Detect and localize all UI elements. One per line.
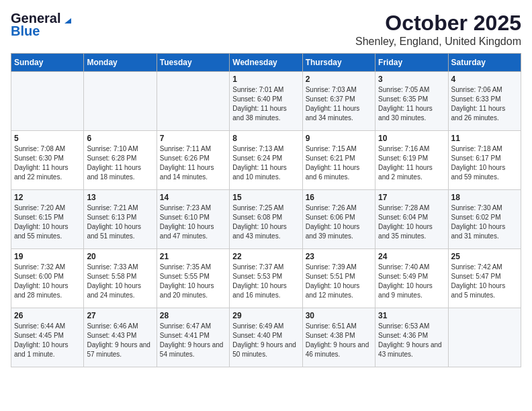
day-number: 25 xyxy=(451,252,518,261)
day-number: 18 xyxy=(451,193,518,202)
calendar-cell: 4Sunrise: 7:06 AMSunset: 6:33 PMDaylight… xyxy=(448,72,521,131)
calendar-cell: 31Sunrise: 6:53 AMSunset: 4:36 PMDayligh… xyxy=(375,308,448,367)
week-row: 19Sunrise: 7:32 AMSunset: 6:00 PMDayligh… xyxy=(11,249,521,308)
cell-info: Sunrise: 7:30 AMSunset: 6:02 PMDaylight:… xyxy=(451,204,506,240)
cell-info: Sunrise: 7:06 AMSunset: 6:33 PMDaylight:… xyxy=(451,86,506,122)
calendar-cell xyxy=(157,72,229,131)
day-number: 4 xyxy=(451,75,518,84)
day-number: 27 xyxy=(87,311,153,320)
header-day: Wednesday xyxy=(230,54,302,72)
day-number: 8 xyxy=(232,134,299,143)
location: Shenley, England, United Kingdom xyxy=(355,36,521,48)
header-day: Tuesday xyxy=(157,54,229,72)
cell-info: Sunrise: 7:08 AMSunset: 6:30 PMDaylight:… xyxy=(14,145,69,181)
cell-info: Sunrise: 7:10 AMSunset: 6:28 PMDaylight:… xyxy=(87,145,141,181)
cell-info: Sunrise: 7:18 AMSunset: 6:17 PMDaylight:… xyxy=(451,145,506,181)
day-number: 16 xyxy=(306,193,372,202)
calendar-cell: 14Sunrise: 7:23 AMSunset: 6:10 PMDayligh… xyxy=(157,190,229,249)
calendar-cell: 8Sunrise: 7:13 AMSunset: 6:24 PMDaylight… xyxy=(230,131,302,190)
calendar-cell: 17Sunrise: 7:28 AMSunset: 6:04 PMDayligh… xyxy=(375,190,448,249)
cell-info: Sunrise: 7:39 AMSunset: 5:51 PMDaylight:… xyxy=(306,263,360,299)
cell-info: Sunrise: 7:21 AMSunset: 6:13 PMDaylight:… xyxy=(87,204,141,240)
calendar-cell: 2Sunrise: 7:03 AMSunset: 6:37 PMDaylight… xyxy=(302,72,375,131)
calendar-cell: 23Sunrise: 7:39 AMSunset: 5:51 PMDayligh… xyxy=(302,249,375,308)
day-number: 9 xyxy=(306,134,372,143)
month-title: October 2025 xyxy=(355,11,521,36)
calendar-cell: 12Sunrise: 7:20 AMSunset: 6:15 PMDayligh… xyxy=(11,190,84,249)
day-number: 22 xyxy=(232,252,299,261)
cell-info: Sunrise: 7:03 AMSunset: 6:37 PMDaylight:… xyxy=(306,86,360,122)
day-number: 7 xyxy=(160,134,226,143)
svg-marker-0 xyxy=(64,18,71,24)
calendar-cell: 13Sunrise: 7:21 AMSunset: 6:13 PMDayligh… xyxy=(84,190,157,249)
calendar-cell xyxy=(11,72,84,131)
cell-info: Sunrise: 7:25 AMSunset: 6:08 PMDaylight:… xyxy=(232,204,287,240)
cell-info: Sunrise: 6:46 AMSunset: 4:43 PMDaylight:… xyxy=(87,322,150,358)
calendar-cell: 15Sunrise: 7:25 AMSunset: 6:08 PMDayligh… xyxy=(230,190,302,249)
week-row: 1Sunrise: 7:01 AMSunset: 6:40 PMDaylight… xyxy=(11,72,521,131)
week-row: 12Sunrise: 7:20 AMSunset: 6:15 PMDayligh… xyxy=(11,190,521,249)
logo-blue: Blue xyxy=(11,24,40,39)
day-number: 28 xyxy=(160,311,226,320)
calendar-cell: 27Sunrise: 6:46 AMSunset: 4:43 PMDayligh… xyxy=(84,308,157,367)
week-row: 26Sunrise: 6:44 AMSunset: 4:45 PMDayligh… xyxy=(11,308,521,367)
day-number: 14 xyxy=(160,193,226,202)
day-number: 1 xyxy=(232,75,299,84)
day-number: 26 xyxy=(14,311,81,320)
header-day: Thursday xyxy=(302,54,375,72)
logo-arrow-icon xyxy=(62,13,74,25)
day-number: 30 xyxy=(306,311,372,320)
cell-info: Sunrise: 7:11 AMSunset: 6:26 PMDaylight:… xyxy=(160,145,214,181)
day-number: 23 xyxy=(306,252,372,261)
cell-info: Sunrise: 7:37 AMSunset: 5:53 PMDaylight:… xyxy=(232,263,287,299)
day-number: 21 xyxy=(160,252,226,261)
cell-info: Sunrise: 6:49 AMSunset: 4:40 PMDaylight:… xyxy=(232,322,296,358)
calendar-cell: 6Sunrise: 7:10 AMSunset: 6:28 PMDaylight… xyxy=(84,131,157,190)
day-number: 2 xyxy=(306,75,372,84)
day-number: 17 xyxy=(378,193,445,202)
cell-info: Sunrise: 7:20 AMSunset: 6:15 PMDaylight:… xyxy=(14,204,69,240)
day-number: 11 xyxy=(451,134,518,143)
cell-info: Sunrise: 7:13 AMSunset: 6:24 PMDaylight:… xyxy=(232,145,287,181)
calendar-cell: 22Sunrise: 7:37 AMSunset: 5:53 PMDayligh… xyxy=(230,249,302,308)
cell-info: Sunrise: 6:53 AMSunset: 4:36 PMDaylight:… xyxy=(378,322,442,358)
cell-info: Sunrise: 7:42 AMSunset: 5:47 PMDaylight:… xyxy=(451,263,506,299)
cell-info: Sunrise: 7:15 AMSunset: 6:21 PMDaylight:… xyxy=(306,145,360,181)
day-number: 6 xyxy=(87,134,153,143)
cell-info: Sunrise: 7:40 AMSunset: 5:49 PMDaylight:… xyxy=(378,263,433,299)
calendar-cell: 26Sunrise: 6:44 AMSunset: 4:45 PMDayligh… xyxy=(11,308,84,367)
day-number: 5 xyxy=(14,134,81,143)
day-number: 20 xyxy=(87,252,153,261)
cell-info: Sunrise: 7:16 AMSunset: 6:19 PMDaylight:… xyxy=(378,145,433,181)
cell-info: Sunrise: 6:44 AMSunset: 4:45 PMDaylight:… xyxy=(14,322,69,358)
calendar-cell: 30Sunrise: 6:51 AMSunset: 4:38 PMDayligh… xyxy=(302,308,375,367)
day-number: 13 xyxy=(87,193,153,202)
page-header: General Blue October 2025 Shenley, Engla… xyxy=(11,11,521,48)
calendar-cell: 3Sunrise: 7:05 AMSunset: 6:35 PMDaylight… xyxy=(375,72,448,131)
day-number: 31 xyxy=(378,311,445,320)
calendar-cell: 10Sunrise: 7:16 AMSunset: 6:19 PMDayligh… xyxy=(375,131,448,190)
header-row: SundayMondayTuesdayWednesdayThursdayFrid… xyxy=(11,54,521,72)
cell-info: Sunrise: 6:51 AMSunset: 4:38 PMDaylight:… xyxy=(306,322,369,358)
day-number: 15 xyxy=(232,193,299,202)
cell-info: Sunrise: 7:32 AMSunset: 6:00 PMDaylight:… xyxy=(14,263,69,299)
header-day: Saturday xyxy=(448,54,521,72)
calendar-cell: 1Sunrise: 7:01 AMSunset: 6:40 PMDaylight… xyxy=(230,72,302,131)
header-day: Monday xyxy=(84,54,157,72)
calendar-cell: 18Sunrise: 7:30 AMSunset: 6:02 PMDayligh… xyxy=(448,190,521,249)
header-day: Sunday xyxy=(11,54,84,72)
calendar-cell: 19Sunrise: 7:32 AMSunset: 6:00 PMDayligh… xyxy=(11,249,84,308)
calendar-cell: 7Sunrise: 7:11 AMSunset: 6:26 PMDaylight… xyxy=(157,131,229,190)
day-number: 29 xyxy=(232,311,299,320)
calendar-cell: 16Sunrise: 7:26 AMSunset: 6:06 PMDayligh… xyxy=(302,190,375,249)
cell-info: Sunrise: 7:28 AMSunset: 6:04 PMDaylight:… xyxy=(378,204,433,240)
header-day: Friday xyxy=(375,54,448,72)
title-area: October 2025 Shenley, England, United Ki… xyxy=(355,11,521,48)
calendar-cell: 9Sunrise: 7:15 AMSunset: 6:21 PMDaylight… xyxy=(302,131,375,190)
calendar-cell: 21Sunrise: 7:35 AMSunset: 5:55 PMDayligh… xyxy=(157,249,229,308)
calendar-cell: 25Sunrise: 7:42 AMSunset: 5:47 PMDayligh… xyxy=(448,249,521,308)
calendar-cell: 5Sunrise: 7:08 AMSunset: 6:30 PMDaylight… xyxy=(11,131,84,190)
day-number: 3 xyxy=(378,75,445,84)
cell-info: Sunrise: 7:05 AMSunset: 6:35 PMDaylight:… xyxy=(378,86,433,122)
logo: General Blue xyxy=(11,11,74,39)
